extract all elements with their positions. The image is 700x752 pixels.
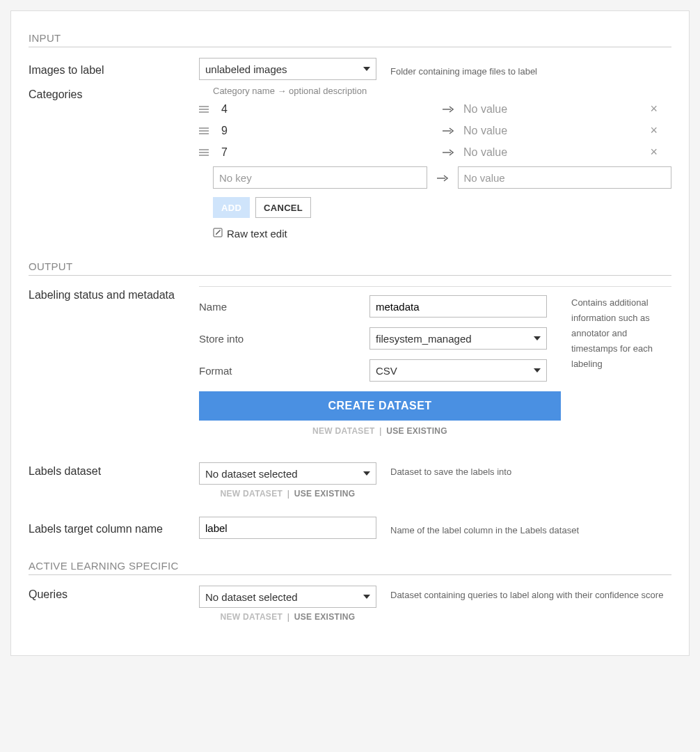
select-images-to-label-value: unlabeled images	[205, 63, 287, 75]
toggle-use-existing[interactable]: USE EXISTING	[294, 612, 356, 622]
category-row: 4 No value ×	[199, 102, 671, 116]
categories-hint: Category name → optional description	[213, 86, 671, 96]
drag-handle-icon[interactable]	[199, 148, 212, 157]
select-store-into[interactable]: filesystem_managed	[369, 327, 547, 350]
remove-category-icon[interactable]: ×	[643, 102, 671, 116]
section-header-input: INPUT	[29, 32, 671, 47]
select-images-to-label[interactable]: unlabeled images	[199, 58, 376, 80]
new-category-key-input[interactable]	[213, 166, 427, 189]
select-format-value: CSV	[376, 365, 397, 377]
label-name: Name	[199, 301, 369, 313]
select-format[interactable]: CSV	[369, 359, 547, 382]
category-value[interactable]: No value	[463, 125, 637, 137]
select-queries[interactable]: No dataset selected	[199, 586, 376, 608]
drag-handle-icon[interactable]	[199, 127, 212, 135]
caret-down-icon	[363, 595, 370, 599]
create-dataset-button[interactable]: CREATE DATASET	[199, 391, 561, 421]
add-category-button[interactable]: ADD	[213, 197, 250, 218]
remove-category-icon[interactable]: ×	[643, 145, 671, 159]
new-category-value-input[interactable]	[458, 166, 672, 189]
category-key[interactable]: 9	[217, 125, 433, 137]
helper-labels-target: Name of the label column in the Labels d…	[376, 521, 671, 535]
edit-icon	[213, 228, 223, 240]
svg-rect-5	[199, 130, 209, 132]
dataset-mode-toggle: NEW DATASET | USE EXISTING	[199, 426, 561, 436]
section-header-active-learning: ACTIVE LEARNING SPECIFIC	[29, 560, 671, 575]
svg-rect-1	[199, 109, 209, 110]
toggle-new-dataset[interactable]: NEW DATASET	[221, 612, 283, 622]
caret-down-icon	[534, 368, 541, 373]
helper-queries: Dataset containing queries to label alon…	[376, 586, 671, 600]
toggle-new-dataset[interactable]: NEW DATASET	[312, 426, 375, 436]
category-value[interactable]: No value	[463, 103, 637, 116]
arrow-right-icon	[437, 172, 448, 184]
section-header-output: OUTPUT	[29, 260, 671, 276]
labels-dataset-mode-toggle: NEW DATASET | USE EXISTING	[199, 489, 376, 499]
remove-category-icon[interactable]: ×	[643, 123, 671, 138]
arrow-right-icon	[443, 146, 454, 158]
raw-text-edit-label: Raw text edit	[227, 228, 287, 240]
svg-rect-2	[199, 111, 209, 113]
svg-rect-6	[199, 133, 209, 134]
arrow-right-icon	[443, 125, 454, 136]
label-queries: Queries	[29, 586, 199, 601]
toggle-new-dataset[interactable]: NEW DATASET	[221, 489, 283, 499]
helper-labels-dataset: Dataset to save the labels into	[376, 462, 671, 477]
metadata-name-input[interactable]	[369, 295, 547, 318]
helper-metadata: Contains additional information such as …	[571, 295, 671, 372]
svg-rect-10	[199, 155, 209, 156]
labels-target-column-input[interactable]	[199, 517, 376, 539]
select-labels-dataset[interactable]: No dataset selected	[199, 462, 376, 485]
category-row: 7 No value ×	[199, 145, 671, 159]
label-store-into: Store into	[199, 333, 369, 345]
svg-rect-9	[199, 152, 209, 153]
caret-down-icon	[534, 336, 541, 340]
drag-handle-icon[interactable]	[199, 105, 212, 113]
svg-rect-8	[199, 149, 209, 150]
queries-mode-toggle: NEW DATASET | USE EXISTING	[199, 612, 376, 622]
category-value[interactable]: No value	[463, 146, 637, 159]
label-labels-dataset: Labels dataset	[29, 462, 199, 478]
label-labeling-status: Labeling status and metadata	[29, 286, 199, 301]
select-labels-dataset-value: No dataset selected	[205, 468, 298, 480]
label-labels-target-column: Labels target column name	[29, 520, 199, 535]
category-row: 9 No value ×	[199, 123, 671, 138]
category-key[interactable]: 7	[217, 146, 433, 159]
label-images-to-label: Images to label	[29, 61, 199, 77]
helper-images-to-label: Folder containing image files to label	[376, 62, 671, 77]
svg-rect-0	[199, 106, 209, 107]
caret-down-icon	[363, 67, 370, 71]
raw-text-edit-link[interactable]: Raw text edit	[213, 228, 287, 240]
select-store-into-value: filesystem_managed	[376, 333, 472, 345]
toggle-use-existing[interactable]: USE EXISTING	[386, 426, 447, 436]
arrow-right-icon	[443, 103, 454, 115]
caret-down-icon	[363, 471, 370, 476]
toggle-use-existing[interactable]: USE EXISTING	[294, 489, 356, 499]
label-categories: Categories	[29, 86, 199, 101]
cancel-category-button[interactable]: CANCEL	[255, 197, 311, 218]
config-panel: INPUT Images to label unlabeled images F…	[10, 10, 690, 656]
svg-rect-4	[199, 127, 209, 129]
category-key[interactable]: 4	[217, 103, 433, 116]
select-queries-value: No dataset selected	[205, 591, 298, 603]
label-format: Format	[199, 365, 369, 377]
